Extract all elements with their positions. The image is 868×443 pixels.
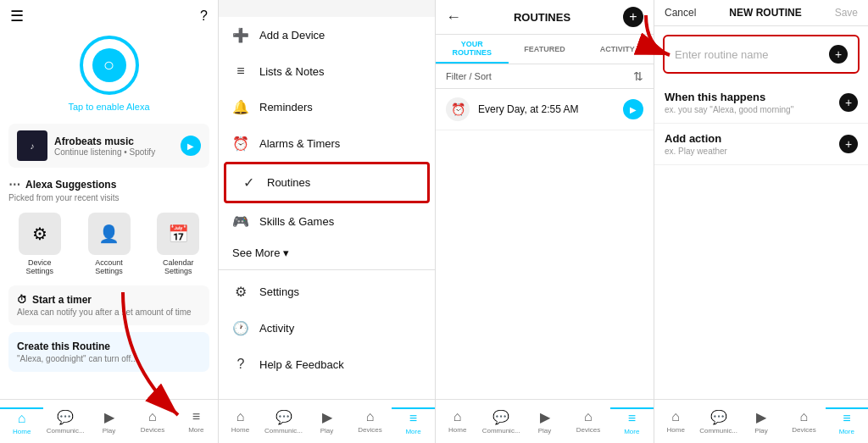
- when-happens-add-button[interactable]: +: [839, 93, 858, 112]
- alexa-tap-label[interactable]: Tap to enable Alexa: [68, 102, 149, 112]
- back-button[interactable]: ←: [446, 8, 461, 26]
- suggestions-subtitle: Picked from your recent visits: [8, 193, 209, 202]
- when-happens-subtitle: ex. you say "Alexa, good morning": [665, 105, 793, 114]
- routines-nav-more[interactable]: ≡ More: [610, 402, 654, 440]
- routines-nav-home[interactable]: ⌂ Home: [436, 404, 479, 439]
- routines-home-icon: ⌂: [453, 409, 462, 424]
- routines-nav-communicate[interactable]: 💬 Communic...: [479, 404, 522, 440]
- routine-name-add-button[interactable]: +: [829, 45, 848, 64]
- routines-devices-label: Devices: [576, 426, 600, 434]
- suggestions-title: ⋯ Alexa Suggestions: [8, 178, 209, 191]
- communicate-nav-icon: 💬: [57, 409, 74, 425]
- skills-icon: 🎮: [232, 213, 249, 230]
- routine-suggestion-card[interactable]: Create this Routine "Alexa, goodnight" c…: [8, 332, 209, 372]
- music-card[interactable]: ♪ Afrobeats music Continue listening • S…: [8, 124, 209, 168]
- menu-item-activity[interactable]: 🕐 Activity: [219, 310, 435, 346]
- nr-home-label: Home: [667, 426, 685, 434]
- menu-icon[interactable]: ☰: [10, 7, 24, 25]
- music-thumbnail: ♪: [17, 130, 47, 161]
- routine-name-input-box[interactable]: Enter routine name +: [663, 35, 860, 74]
- add-device-icon: ➕: [232, 27, 249, 43]
- filter-bar[interactable]: Filter / Sort ⇅: [436, 64, 654, 89]
- routine-play-button[interactable]: ▶: [623, 99, 643, 119]
- routines-nav-play[interactable]: ▶ Play: [523, 404, 566, 440]
- menu-nav-devices[interactable]: ⌂ Devices: [348, 404, 392, 439]
- routines-play-label: Play: [538, 427, 552, 435]
- alexa-inner: ○: [92, 48, 126, 82]
- routines-play-icon: ▶: [540, 409, 550, 425]
- menu-header: [219, 0, 435, 17]
- dots-icon[interactable]: ⋯: [8, 178, 20, 191]
- menu-nav-more[interactable]: ≡ More: [392, 402, 435, 440]
- menu-item-routines[interactable]: ✓ Routines: [226, 164, 427, 201]
- new-routine-title: NEW ROUTINE: [699, 7, 831, 19]
- routine-list-item[interactable]: ⏰ Every Day, at 2:55 AM ▶: [436, 89, 654, 130]
- nr-play-icon: ▶: [756, 409, 766, 425]
- routines-nav-devices[interactable]: ⌂ Devices: [566, 404, 609, 439]
- quick-action-calendar[interactable]: 📅 CalendarSettings: [147, 213, 209, 275]
- menu-item-reminders[interactable]: 🔔 Reminders: [219, 89, 435, 125]
- timer-subtitle: Alexa can notify you after a set amount …: [17, 307, 201, 317]
- menu-divider-1: [219, 269, 435, 270]
- nr-nav-more[interactable]: ≡ More: [826, 402, 868, 440]
- alexa-avatar[interactable]: ○: [80, 36, 139, 95]
- cancel-button[interactable]: Cancel: [665, 7, 696, 19]
- routines-more-label: More: [624, 428, 639, 435]
- add-routine-button[interactable]: +: [623, 7, 643, 27]
- device-settings-label: DeviceSettings: [26, 258, 54, 275]
- more-nav-label: More: [188, 426, 203, 434]
- quick-action-account[interactable]: 👤 AccountSettings: [78, 213, 141, 275]
- filter-sort-label: Filter / Sort: [446, 71, 628, 81]
- timer-title: ⏱ Start a timer: [17, 294, 201, 306]
- tab-your-routines[interactable]: YOUR: [461, 40, 483, 48]
- save-button[interactable]: Save: [835, 7, 858, 19]
- nr-nav-devices[interactable]: ⌂ Devices: [782, 404, 825, 439]
- add-action-button[interactable]: +: [839, 135, 858, 153]
- calendar-settings-icon: 📅: [157, 213, 199, 255]
- reminders-icon: 🔔: [232, 99, 249, 115]
- music-title: Afrobeats music: [54, 136, 174, 147]
- help-icon[interactable]: ?: [200, 8, 208, 24]
- see-more-button[interactable]: See More ▾: [219, 240, 435, 266]
- routine-alarm-icon: ⏰: [446, 97, 470, 121]
- more-nav-icon: ≡: [192, 409, 200, 424]
- menu-item-skills[interactable]: 🎮 Skills & Games: [219, 203, 435, 240]
- routines-icon: ✓: [240, 174, 257, 191]
- tab-featured[interactable]: FEATURED: [524, 45, 565, 53]
- play-nav-label: Play: [103, 427, 116, 435]
- timer-card[interactable]: ⏱ Start a timer Alexa can notify you aft…: [8, 285, 209, 325]
- menu-nav-communicate[interactable]: 💬 Communic...: [262, 404, 305, 440]
- menu-item-help[interactable]: ? Help & Feedback: [219, 346, 435, 382]
- music-play-button[interactable]: ▶: [181, 136, 201, 156]
- nr-home-icon: ⌂: [671, 409, 680, 424]
- nav-home[interactable]: ⌂ Home: [0, 402, 43, 440]
- menu-nav-play[interactable]: ▶ Play: [305, 404, 348, 440]
- account-settings-label: AccountSettings: [95, 258, 123, 275]
- tab-activity[interactable]: ACTIVITY: [600, 45, 635, 53]
- quick-action-device[interactable]: ⚙ DeviceSettings: [8, 213, 71, 275]
- nr-nav-home[interactable]: ⌂ Home: [654, 404, 697, 439]
- nr-nav-play[interactable]: ▶ Play: [740, 404, 782, 440]
- nav-play[interactable]: ▶ Play: [87, 404, 131, 440]
- nav-devices[interactable]: ⌂ Devices: [131, 404, 174, 439]
- nr-more-label: More: [839, 428, 854, 435]
- sort-icon[interactable]: ⇅: [633, 69, 643, 83]
- nr-communicate-label: Communic...: [699, 427, 737, 435]
- home-header: ☰ ?: [0, 0, 218, 32]
- routines-bottom-nav: ⌂ Home 💬 Communic... ▶ Play ⌂ Devices ≡ …: [436, 399, 654, 443]
- menu-play-icon: ▶: [322, 409, 332, 425]
- nr-more-icon: ≡: [843, 411, 850, 426]
- menu-item-alarms[interactable]: ⏰ Alarms & Timers: [219, 125, 435, 162]
- nav-communicate[interactable]: 💬 Communic...: [43, 404, 86, 440]
- menu-more-label: More: [405, 428, 420, 435]
- nav-more[interactable]: ≡ More: [175, 404, 218, 439]
- music-subtitle: Continue listening • Spotify: [54, 147, 174, 157]
- routines-more-icon: ≡: [628, 411, 636, 426]
- menu-item-add-device[interactable]: ➕ Add a Device: [219, 17, 435, 53]
- nr-nav-communicate[interactable]: 💬 Communic...: [697, 404, 739, 440]
- menu-item-lists[interactable]: ≡ Lists & Notes: [219, 53, 435, 89]
- timer-icon: ⏱: [17, 294, 27, 306]
- menu-item-settings[interactable]: ⚙ Settings: [219, 274, 435, 310]
- tab-your-routines-2[interactable]: ROUTINES: [453, 48, 492, 57]
- menu-nav-home[interactable]: ⌂ Home: [219, 404, 262, 439]
